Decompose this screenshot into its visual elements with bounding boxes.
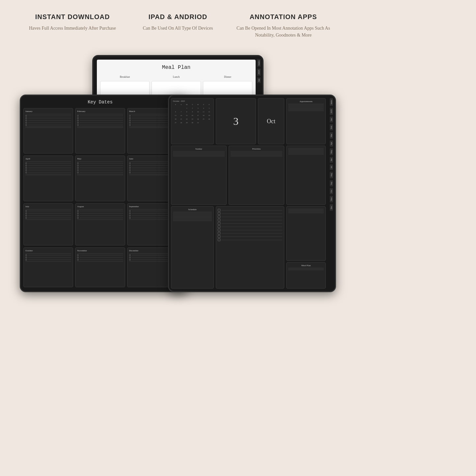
tab-aug-right: Aug [330, 172, 333, 178]
wp-cal-grid: S S M T W T F 1 2 3 4 [173, 103, 212, 125]
wp-calendar-mini: October - 2025 S S M T W T F 1 [171, 98, 214, 144]
tab-feb-right: Feb [330, 124, 333, 130]
kd-month-aug: August [75, 203, 125, 245]
wp-sunday-section: Sunday [171, 146, 227, 205]
feature-instant-download: INSTANT DOWNLOAD Haves Full Access Immed… [25, 13, 120, 39]
kd-month-may: May [75, 155, 125, 201]
wp-notes-section [286, 206, 326, 261]
wp-meal-section: Meal Plan [286, 262, 326, 289]
tab-nov-right: Nov [330, 196, 333, 202]
tab-jan-back: Jan [257, 77, 261, 83]
tab-may-right: May [330, 148, 333, 155]
tab-oct-right: Oct [330, 188, 333, 194]
kd-month-jul: July [23, 203, 73, 245]
meal-col-header-dinner: Dinner [203, 75, 252, 78]
kd-month-feb: February [75, 108, 125, 154]
feature-title-ipad-android: IPAD & ANDRIOD [149, 13, 207, 21]
meal-plan-title: Meal Plan [162, 65, 190, 70]
kd-month-apr: April [23, 155, 73, 201]
tab-jan-right: Jan [330, 117, 333, 123]
wp-top-row: October - 2025 S S M T W T F 1 [171, 98, 326, 144]
tab-dec-right: Dec [330, 204, 333, 211]
tablet-key-dates: Key Dates January [20, 95, 188, 292]
wp-month-name: Oct [258, 98, 284, 144]
wp-appointments2 [286, 146, 326, 205]
tab-jul-right: Jul [330, 164, 333, 170]
tab-sep-right: Sep [330, 180, 333, 186]
tab-mar-right: Mar [330, 132, 333, 139]
feature-annotation-apps: ANNOTATION APPS Can Be Opened In Most An… [236, 13, 331, 39]
tab-jun-right: Jun [330, 157, 333, 163]
feature-desc-instant-download: Haves Full Access Immediately After Purc… [29, 25, 116, 32]
key-dates-grid: January February [23, 108, 177, 287]
wp-checklist-section [216, 206, 284, 289]
tab-index-back: Index [257, 59, 261, 67]
tablet-weekly-planner: October - 2025 S S M T W T F 1 [168, 95, 336, 292]
tablets-section: Meal Plan Breakfast Lunch Dinner [20, 55, 336, 292]
feature-title-annotation-apps: ANNOTATION APPS [250, 13, 317, 21]
wp-bottom-row: Schedule [171, 206, 326, 289]
weekly-planner-content: October - 2025 S S M T W T F 1 [169, 96, 328, 291]
feature-ipad-android: IPAD & ANDRIOD Can Be Used On All Type O… [130, 13, 225, 39]
kd-month-nov: November [75, 247, 125, 287]
key-dates-content: Key Dates January [21, 96, 180, 291]
tab-index-right: Index [330, 98, 333, 106]
weekly-planner-tabs: Index 2025 Jan Feb Mar Apr May Jun Jul A… [328, 96, 335, 291]
kd-month-oct: October [23, 247, 73, 287]
wp-cal-title: October - 2025 [173, 100, 212, 102]
feature-title-instant-download: INSTANT DOWNLOAD [35, 13, 110, 21]
tab-2025-right: 2025 [330, 108, 333, 115]
tab-2025-back: 2025 [257, 69, 261, 76]
wp-priorities-section: Priorities [229, 146, 284, 205]
key-dates-title: Key Dates [23, 99, 177, 105]
wp-middle-row: Sunday Priorities [171, 146, 326, 205]
feature-desc-annotation-apps: Can Be Opened In Most Annotation Apps Su… [236, 25, 331, 39]
wp-appointments: Appointments [286, 98, 326, 144]
meal-col-header-lunch: Lunch [152, 75, 201, 78]
wp-schedule-section: Schedule [171, 206, 214, 289]
features-section: INSTANT DOWNLOAD Haves Full Access Immed… [13, 13, 343, 39]
kd-month-jan: January [23, 108, 73, 154]
feature-desc-ipad-android: Can Be Used On All Type Of Devices [143, 25, 213, 32]
meal-col-header-breakfast: Breakfast [100, 75, 150, 78]
wp-right-col: Meal Plan [286, 206, 326, 289]
tab-apr-right: Apr [330, 140, 333, 147]
wp-day-number: 3 [216, 98, 256, 144]
